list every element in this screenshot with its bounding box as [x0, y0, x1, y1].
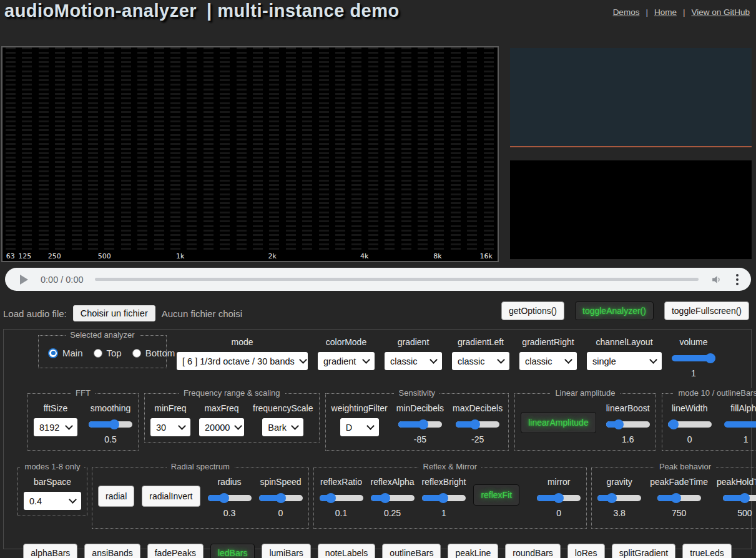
slider-thumb[interactable]: [740, 493, 750, 503]
nav-link-home[interactable]: Home: [654, 7, 677, 17]
smoothing-label: smoothing: [91, 403, 131, 413]
fftsize-select[interactable]: 8192: [34, 418, 77, 436]
gravity-control: gravity 3.8: [597, 477, 641, 518]
slider-track: [724, 421, 756, 428]
barspace-control: barSpace 0.4: [24, 477, 81, 510]
toggle-ledBars[interactable]: ledBars: [210, 544, 255, 558]
radio-main-input[interactable]: [48, 348, 58, 358]
slider-thumb[interactable]: [669, 419, 679, 429]
spinspeed-slider[interactable]: [259, 493, 303, 503]
gradient-control: gradient classic: [385, 337, 442, 370]
toggle-lumiBars[interactable]: lumiBars: [262, 544, 310, 558]
get-options-button[interactable]: getOptions(): [501, 301, 564, 320]
gradientleft-select[interactable]: classic: [452, 352, 509, 370]
mirror-slider[interactable]: [537, 493, 581, 503]
slider-thumb[interactable]: [614, 419, 624, 429]
radio-bottom-input[interactable]: [132, 349, 141, 358]
linewidth-slider[interactable]: [668, 419, 712, 429]
radio-top[interactable]: Top: [94, 348, 122, 358]
fillalpha-slider[interactable]: [724, 419, 756, 429]
seek-bar[interactable]: [95, 278, 699, 281]
toggle-trueLeds[interactable]: trueLeds: [682, 544, 731, 558]
toggle-noteLabels[interactable]: noteLabels: [318, 544, 376, 558]
toggle-analyzer-button[interactable]: toggleAnalyzer(): [575, 301, 654, 320]
radius-label: radius: [217, 477, 241, 487]
mode-label: mode: [231, 337, 253, 347]
slider-thumb[interactable]: [470, 419, 480, 429]
toggle-ansiBands[interactable]: ansiBands: [84, 544, 140, 558]
slider-thumb[interactable]: [326, 493, 336, 503]
file-input-button[interactable]: Choisir un fichier: [73, 305, 155, 321]
action-buttons: getOptions() toggleAnalyzer() toggleFull…: [501, 301, 749, 320]
reflexbright-slider[interactable]: [422, 493, 466, 503]
freq-label-2k: 2k: [268, 252, 276, 260]
radio-bottom[interactable]: Bottom: [132, 348, 175, 358]
barspace-select[interactable]: 0.4: [24, 492, 81, 510]
slider-thumb[interactable]: [418, 419, 428, 429]
slider-thumb[interactable]: [380, 493, 390, 503]
maxdecibels-slider[interactable]: [456, 419, 499, 429]
toggle-peakLine[interactable]: peakLine: [448, 544, 498, 558]
nav-separator: |: [646, 7, 648, 17]
reflexfit-button[interactable]: reflexFit: [473, 484, 519, 506]
mindecibels-slider[interactable]: [398, 419, 442, 429]
radio-main[interactable]: Main: [48, 348, 83, 358]
gravity-slider[interactable]: [597, 493, 641, 503]
minfreq-control: minFreq 30: [150, 403, 190, 436]
peakholdtime-slider[interactable]: [723, 493, 756, 503]
maxfreq-select[interactable]: 20000: [199, 418, 244, 436]
smoothing-slider[interactable]: [89, 419, 132, 429]
reflexalpha-slider[interactable]: [371, 493, 415, 503]
frequencyscale-select[interactable]: Bark: [262, 418, 303, 436]
load-audio-row: Load audio file: Choisir un fichier Aucu…: [3, 304, 242, 323]
colormode-select[interactable]: gradient: [318, 352, 375, 370]
radial-button[interactable]: radial: [98, 486, 134, 507]
toggle-splitGradient[interactable]: splitGradient: [612, 544, 676, 558]
slider-thumb[interactable]: [554, 493, 564, 503]
toggle-alphaBars[interactable]: alphaBars: [23, 544, 77, 558]
linearboost-slider[interactable]: [606, 419, 650, 429]
toggle-loRes[interactable]: loRes: [567, 544, 605, 558]
play-icon[interactable]: [20, 275, 28, 285]
overflow-menu-icon[interactable]: [736, 274, 739, 285]
toggle-outlineBars[interactable]: outlineBars: [382, 544, 441, 558]
gradientright-select[interactable]: classic: [519, 352, 577, 370]
nav-link-demos[interactable]: Demos: [613, 7, 640, 17]
gradientright-label: gradientRight: [522, 337, 574, 347]
reflexratio-slider[interactable]: [320, 493, 363, 503]
reflexalpha-control: reflexAlpha 0.25: [371, 477, 415, 518]
gradient-select[interactable]: classic: [385, 352, 442, 370]
slider-thumb[interactable]: [705, 353, 715, 363]
smoothing-value: 0.5: [104, 434, 116, 444]
freq-label-63: 63: [6, 252, 15, 260]
slider-thumb[interactable]: [438, 493, 448, 503]
radialinvert-button[interactable]: radialInvert: [142, 486, 200, 507]
slider-thumb[interactable]: [671, 493, 681, 503]
fillalpha-control: fillAlpha 1: [724, 403, 756, 444]
radius-slider[interactable]: [208, 493, 252, 503]
radio-top-input[interactable]: [94, 349, 102, 358]
slider-thumb[interactable]: [219, 493, 229, 503]
volume-value: 1: [691, 368, 696, 378]
fieldset-peak: Peak behavior gravity 3.8 peakFadeTime 7…: [591, 467, 756, 529]
toggle-roundBars[interactable]: roundBars: [505, 544, 561, 558]
toggle-fadePeaks[interactable]: fadePeaks: [147, 544, 204, 558]
gradient-value: classic: [390, 356, 418, 366]
volume-icon[interactable]: [710, 273, 722, 286]
mode-select[interactable]: [ 6 ] 1/3rd octave / 30 bands: [177, 352, 308, 370]
minfreq-select[interactable]: 30: [150, 418, 190, 436]
volume-slider[interactable]: [672, 353, 715, 363]
slider-thumb[interactable]: [109, 419, 119, 429]
linearamplitude-button[interactable]: linearAmplitude: [521, 412, 596, 433]
weightingfilter-select[interactable]: D: [340, 418, 379, 436]
slider-thumb[interactable]: [607, 493, 617, 503]
fieldset-fft: FFT fftSize 8192 smoothing 0.5: [27, 393, 139, 451]
slider-thumb[interactable]: [276, 493, 286, 503]
channellayout-select[interactable]: single: [587, 352, 662, 370]
peakfadetime-slider[interactable]: [657, 493, 701, 503]
mirror-value: 0: [556, 508, 561, 518]
toggle-fullscreen-button[interactable]: toggleFullscreen(): [664, 301, 749, 320]
nav-link-github[interactable]: View on GitHub: [691, 7, 750, 17]
gravity-label: gravity: [607, 477, 632, 487]
top-right-analyzer-canvas: [510, 48, 752, 147]
